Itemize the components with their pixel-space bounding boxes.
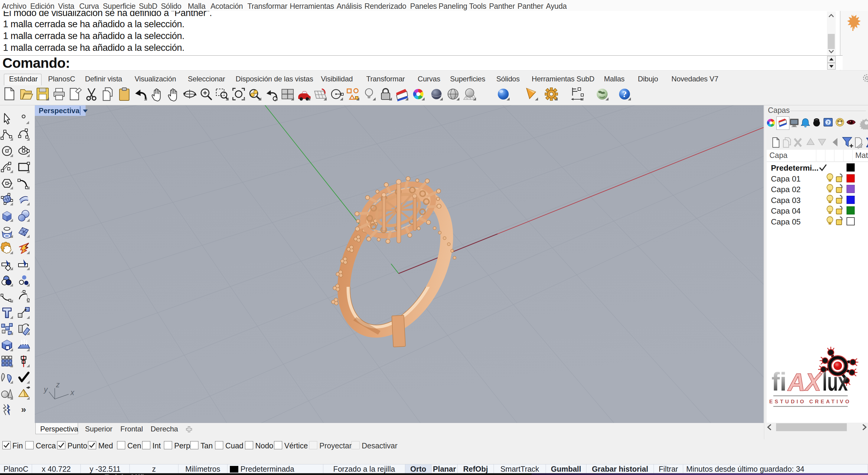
svg-text:ESTUDIO CREATIVO: ESTUDIO CREATIVO bbox=[769, 399, 851, 405]
svg-text:fi: fi bbox=[772, 367, 787, 396]
svg-text:lux: lux bbox=[822, 367, 848, 396]
svg-text:»: » bbox=[21, 404, 26, 414]
svg-text:AX: AX bbox=[787, 368, 822, 396]
svg-text:z: z bbox=[56, 380, 60, 389]
svg-text:x: x bbox=[70, 388, 75, 397]
svg-text:?: ? bbox=[622, 89, 627, 99]
svg-text:y: y bbox=[43, 385, 48, 394]
svg-text:?: ? bbox=[827, 120, 830, 125]
